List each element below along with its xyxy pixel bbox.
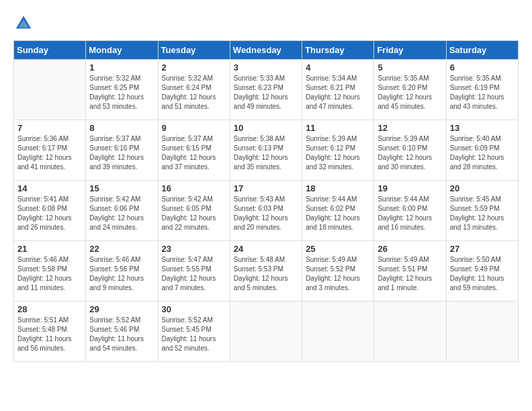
- weekday-header: Thursday: [302, 41, 374, 60]
- calendar-cell: 4Sunrise: 5:34 AM Sunset: 6:21 PM Daylig…: [302, 60, 374, 120]
- day-number: 13: [450, 123, 515, 133]
- calendar-cell: 22Sunrise: 5:46 AM Sunset: 5:56 PM Dayli…: [86, 241, 158, 302]
- calendar-cell: 5Sunrise: 5:35 AM Sunset: 6:20 PM Daylig…: [374, 60, 446, 120]
- day-info: Sunrise: 5:46 AM Sunset: 5:58 PM Dayligh…: [17, 255, 82, 293]
- weekday-header: Wednesday: [230, 41, 302, 60]
- day-info: Sunrise: 5:39 AM Sunset: 6:12 PM Dayligh…: [306, 134, 370, 172]
- day-number: 18: [306, 183, 370, 193]
- day-number: 15: [89, 183, 154, 193]
- day-number: 16: [162, 183, 226, 193]
- day-number: 22: [89, 244, 154, 254]
- calendar-table: SundayMondayTuesdayWednesdayThursdayFrid…: [13, 40, 519, 362]
- day-info: Sunrise: 5:35 AM Sunset: 6:20 PM Dayligh…: [378, 74, 442, 111]
- day-info: Sunrise: 5:47 AM Sunset: 5:55 PM Dayligh…: [162, 255, 226, 293]
- day-info: Sunrise: 5:33 AM Sunset: 6:23 PM Dayligh…: [234, 74, 298, 111]
- day-info: Sunrise: 5:41 AM Sunset: 6:08 PM Dayligh…: [17, 195, 82, 232]
- day-number: 7: [17, 123, 82, 133]
- calendar-cell: 28Sunrise: 5:51 AM Sunset: 5:48 PM Dayli…: [14, 302, 86, 362]
- day-number: 4: [306, 62, 370, 73]
- day-info: Sunrise: 5:44 AM Sunset: 6:02 PM Dayligh…: [306, 195, 370, 232]
- calendar-cell: 18Sunrise: 5:44 AM Sunset: 6:02 PM Dayli…: [302, 181, 374, 241]
- calendar-cell: 21Sunrise: 5:46 AM Sunset: 5:58 PM Dayli…: [14, 241, 86, 302]
- calendar-cell: 29Sunrise: 5:52 AM Sunset: 5:46 PM Dayli…: [86, 302, 158, 362]
- day-info: Sunrise: 5:32 AM Sunset: 6:24 PM Dayligh…: [162, 74, 226, 111]
- calendar-cell: [302, 302, 374, 362]
- calendar-cell: 6Sunrise: 5:35 AM Sunset: 6:19 PM Daylig…: [446, 60, 518, 120]
- weekday-header-row: SundayMondayTuesdayWednesdayThursdayFrid…: [14, 41, 519, 60]
- day-info: Sunrise: 5:52 AM Sunset: 5:45 PM Dayligh…: [162, 316, 226, 353]
- calendar-cell: 8Sunrise: 5:37 AM Sunset: 6:16 PM Daylig…: [86, 120, 158, 181]
- day-info: Sunrise: 5:50 AM Sunset: 5:49 PM Dayligh…: [450, 255, 515, 293]
- day-info: Sunrise: 5:40 AM Sunset: 6:09 PM Dayligh…: [450, 134, 515, 172]
- day-number: 29: [89, 304, 154, 314]
- calendar-week-row: 28Sunrise: 5:51 AM Sunset: 5:48 PM Dayli…: [14, 302, 519, 362]
- day-info: Sunrise: 5:38 AM Sunset: 6:13 PM Dayligh…: [234, 134, 298, 172]
- logo-icon: [13, 13, 34, 34]
- calendar-cell: 11Sunrise: 5:39 AM Sunset: 6:12 PM Dayli…: [302, 120, 374, 181]
- calendar-cell: 16Sunrise: 5:42 AM Sunset: 6:05 PM Dayli…: [158, 181, 230, 241]
- logo: [13, 13, 36, 34]
- calendar-week-row: 14Sunrise: 5:41 AM Sunset: 6:08 PM Dayli…: [14, 181, 519, 241]
- day-number: 20: [450, 183, 515, 193]
- day-number: 23: [162, 244, 226, 254]
- day-info: Sunrise: 5:51 AM Sunset: 5:48 PM Dayligh…: [17, 316, 82, 353]
- day-info: Sunrise: 5:32 AM Sunset: 6:25 PM Dayligh…: [89, 74, 154, 111]
- day-number: 21: [17, 244, 82, 254]
- calendar-cell: [446, 302, 518, 362]
- day-number: 8: [89, 123, 154, 133]
- day-number: 9: [162, 123, 226, 133]
- day-info: Sunrise: 5:42 AM Sunset: 6:06 PM Dayligh…: [89, 195, 154, 232]
- day-info: Sunrise: 5:34 AM Sunset: 6:21 PM Dayligh…: [306, 74, 370, 111]
- day-number: 5: [378, 62, 442, 73]
- day-info: Sunrise: 5:46 AM Sunset: 5:56 PM Dayligh…: [89, 255, 154, 293]
- day-number: 24: [234, 244, 298, 254]
- day-number: 1: [89, 62, 154, 73]
- day-info: Sunrise: 5:42 AM Sunset: 6:05 PM Dayligh…: [162, 195, 226, 232]
- calendar-cell: 3Sunrise: 5:33 AM Sunset: 6:23 PM Daylig…: [230, 60, 302, 120]
- day-info: Sunrise: 5:37 AM Sunset: 6:16 PM Dayligh…: [89, 134, 154, 172]
- day-number: 26: [378, 244, 442, 254]
- calendar-cell: 14Sunrise: 5:41 AM Sunset: 6:08 PM Dayli…: [14, 181, 86, 241]
- calendar-week-row: 7Sunrise: 5:36 AM Sunset: 6:17 PM Daylig…: [14, 120, 519, 181]
- calendar-cell: 17Sunrise: 5:43 AM Sunset: 6:03 PM Dayli…: [230, 181, 302, 241]
- day-info: Sunrise: 5:35 AM Sunset: 6:19 PM Dayligh…: [450, 74, 515, 111]
- calendar-cell: 23Sunrise: 5:47 AM Sunset: 5:55 PM Dayli…: [158, 241, 230, 302]
- weekday-header: Monday: [86, 41, 158, 60]
- day-number: 30: [162, 304, 226, 314]
- day-number: 2: [162, 62, 226, 73]
- calendar-week-row: 21Sunrise: 5:46 AM Sunset: 5:58 PM Dayli…: [14, 241, 519, 302]
- day-info: Sunrise: 5:48 AM Sunset: 5:53 PM Dayligh…: [234, 255, 298, 293]
- calendar-cell: 9Sunrise: 5:37 AM Sunset: 6:15 PM Daylig…: [158, 120, 230, 181]
- calendar-cell: [14, 60, 86, 120]
- day-number: 25: [306, 244, 370, 254]
- day-info: Sunrise: 5:39 AM Sunset: 6:10 PM Dayligh…: [378, 134, 442, 172]
- day-info: Sunrise: 5:43 AM Sunset: 6:03 PM Dayligh…: [234, 195, 298, 232]
- day-number: 3: [234, 62, 298, 73]
- day-number: 17: [234, 183, 298, 193]
- day-number: 19: [378, 183, 442, 193]
- calendar-cell: 19Sunrise: 5:44 AM Sunset: 6:00 PM Dayli…: [374, 181, 446, 241]
- calendar-cell: 2Sunrise: 5:32 AM Sunset: 6:24 PM Daylig…: [158, 60, 230, 120]
- calendar-cell: 13Sunrise: 5:40 AM Sunset: 6:09 PM Dayli…: [446, 120, 518, 181]
- calendar-week-row: 1Sunrise: 5:32 AM Sunset: 6:25 PM Daylig…: [14, 60, 519, 120]
- day-info: Sunrise: 5:44 AM Sunset: 6:00 PM Dayligh…: [378, 195, 442, 232]
- calendar-cell: 20Sunrise: 5:45 AM Sunset: 5:59 PM Dayli…: [446, 181, 518, 241]
- calendar-cell: 1Sunrise: 5:32 AM Sunset: 6:25 PM Daylig…: [86, 60, 158, 120]
- day-info: Sunrise: 5:45 AM Sunset: 5:59 PM Dayligh…: [450, 195, 515, 232]
- day-info: Sunrise: 5:49 AM Sunset: 5:52 PM Dayligh…: [306, 255, 370, 293]
- calendar-cell: 30Sunrise: 5:52 AM Sunset: 5:45 PM Dayli…: [158, 302, 230, 362]
- day-info: Sunrise: 5:36 AM Sunset: 6:17 PM Dayligh…: [17, 134, 82, 172]
- day-number: 28: [17, 304, 82, 314]
- weekday-header: Tuesday: [158, 41, 230, 60]
- calendar-cell: [374, 302, 446, 362]
- day-number: 11: [306, 123, 370, 133]
- calendar-cell: 24Sunrise: 5:48 AM Sunset: 5:53 PM Dayli…: [230, 241, 302, 302]
- weekday-header: Saturday: [446, 41, 518, 60]
- day-info: Sunrise: 5:37 AM Sunset: 6:15 PM Dayligh…: [162, 134, 226, 172]
- calendar-cell: [230, 302, 302, 362]
- calendar-cell: 12Sunrise: 5:39 AM Sunset: 6:10 PM Dayli…: [374, 120, 446, 181]
- weekday-header: Friday: [374, 41, 446, 60]
- calendar-cell: 26Sunrise: 5:49 AM Sunset: 5:51 PM Dayli…: [374, 241, 446, 302]
- day-number: 12: [378, 123, 442, 133]
- day-number: 6: [450, 62, 515, 73]
